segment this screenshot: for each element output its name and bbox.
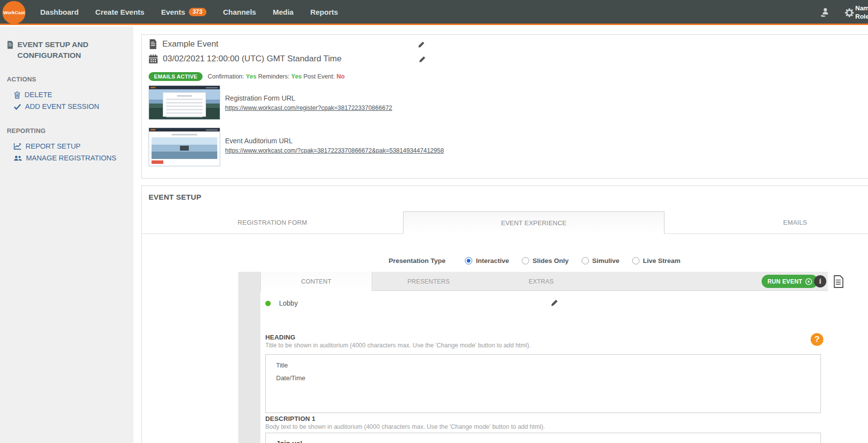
email-status-row: EMAILS ACTIVE Confirmation: Yes Reminder… [149,72,345,81]
sidebar-item-label: DELETE [25,90,52,100]
setup-tabs: REGISTRATION FORM EVENT EXPERIENCE EMAIL… [142,211,868,234]
post-event-value: No [336,73,345,80]
radio-button-selected[interactable] [465,257,472,264]
thumbnail-cta [152,160,163,164]
section-heading: REPORTING [0,127,133,134]
thumbnail-form [163,92,206,117]
nav-item-media[interactable]: Media [273,8,294,16]
registration-url-block: Registration Form URL https://www.workca… [225,94,392,112]
workcast-app: WorkCast Dashboard Create Events Events … [0,0,868,443]
lobby-status-dot [265,301,271,306]
sidebar-item-add-event-session[interactable]: ADD EVENT SESSION [0,101,133,112]
lobby-label: Lobby [279,299,298,307]
sidebar-section-actions: ACTIONS DELETE ADD EVENT SESSION [0,76,133,112]
radio-simulive[interactable]: Simulive [582,257,620,264]
experience-editor: PRESENTERS EXTRAS CONTENT RUN EVENT i [238,272,828,443]
thumbnail-page [149,131,220,166]
auditorium-url-link[interactable]: https://www.workcast.com/?cpak=381722337… [225,147,444,154]
editor-tab-bar: PRESENTERS EXTRAS CONTENT RUN EVENT i [260,272,828,291]
calendar-icon [149,54,158,64]
main-menu: Dashboard Create Events Events 373 Chann… [40,8,338,16]
sidebar-item-label: MANAGE REGISTRATIONS [26,153,116,163]
play-icon [805,278,812,285]
sidebar-item-delete[interactable]: DELETE [0,89,133,101]
check-icon [14,104,21,110]
run-event-button[interactable]: RUN EVENT [762,275,818,288]
info-icon[interactable]: i [814,275,826,287]
description-value: Join us! [276,440,820,443]
radio-button[interactable] [522,257,529,264]
nav-item-reports[interactable]: Reports [310,8,338,16]
page-preview-icon[interactable] [833,275,844,290]
registration-form-thumbnail[interactable] [149,85,220,120]
radio-button[interactable] [582,257,589,264]
sidebar-item-report-setup[interactable]: REPORT SETUP [0,140,133,152]
top-nav: WorkCast Dashboard Create Events Events … [0,0,868,25]
help-icon[interactable]: ? [811,333,823,346]
thumbnail-header-bar [149,86,220,89]
events-count-badge: 373 [189,8,206,16]
document-icon [7,40,13,50]
tab-emails[interactable]: EMAILS [664,211,868,234]
tab-presenters[interactable]: PRESENTERS [372,272,485,291]
heading-label: HEADING [265,334,295,341]
description-editor[interactable]: Join us! [265,433,821,443]
sidebar-title: EVENT SETUP AND CONFIGURATION [0,26,133,61]
auditorium-url-label: Event Auditorium URL [225,137,444,145]
nav-item-channels[interactable]: Channels [223,8,256,16]
description-label: DESCRIPTION 1 [265,415,315,422]
radio-slides-only[interactable]: Slides Only [522,257,569,264]
event-title: Example Event [162,39,218,49]
trash-icon [14,91,21,99]
edit-title-pencil-icon[interactable] [418,41,425,48]
users-icon [14,155,22,161]
heading-editor[interactable]: Title Date/Time [265,354,821,413]
event-summary-panel: Example Event 03/02/2021 12:00:00 (UTC) … [141,34,868,179]
chart-icon [14,143,22,150]
event-setup-title: EVENT SETUP [149,193,202,201]
radio-interactive[interactable]: Interactive [465,257,509,264]
auditorium-url-block: Event Auditorium URL https://www.workcas… [225,137,444,155]
thumbnail-header-bar [149,128,220,131]
auditorium-thumbnail[interactable] [149,128,220,166]
workcast-logo[interactable]: WorkCast [2,1,26,24]
sidebar-section-reporting: REPORTING REPORT SETUP [0,127,133,164]
presentation-type-label: Presentation Type [388,257,445,264]
editor-left-gutter [238,272,260,443]
event-datetime-row: 03/02/2021 12:00:00 (UTC) GMT Standard T… [149,54,341,64]
document-icon [149,39,157,49]
nav-item-create-events[interactable]: Create Events [95,8,144,16]
tab-event-experience[interactable]: EVENT EXPERIENCE [403,211,664,234]
settings-gear-icon[interactable] [843,7,855,19]
radio-live-stream[interactable]: Live Stream [632,257,681,264]
heading-help-text: Title to be shown in auditorium (4000 ch… [265,342,531,349]
registration-url-label: Registration Form URL [225,94,392,102]
sidebar-item-label: ADD EVENT SESSION [25,102,99,111]
sidebar: EVENT SETUP AND CONFIGURATION ACTIONS DE… [0,26,133,443]
description-help-text: Body text to be shown in auditorium (400… [265,423,545,430]
thumbnail-hero-image [152,137,217,159]
registration-url-link[interactable]: https://www.workcast.com/register?cpak=3… [225,104,392,111]
content-tab-panel: Lobby HEADING Title to be shown in audit… [260,291,828,443]
sidebar-item-manage-registrations[interactable]: MANAGE REGISTRATIONS [0,152,133,164]
edit-lobby-pencil-icon[interactable] [551,299,559,307]
sidebar-item-label: REPORT SETUP [26,141,80,151]
support-icon[interactable] [819,7,831,19]
tab-content[interactable]: CONTENT [260,272,372,291]
tab-extras[interactable]: EXTRAS [485,272,597,291]
confirmation-value: Yes [246,73,256,80]
nav-item-events[interactable]: Events 373 [161,8,206,16]
presentation-type-row: Presentation Type Interactive Slides Onl… [142,257,868,264]
event-title-row: Example Event [149,39,218,49]
user-role: Role [855,12,868,21]
lobby-row: Lobby [265,299,298,307]
radio-button[interactable] [632,257,639,264]
user-info[interactable]: Name Role [855,4,868,21]
heading-line-datetime: Date/Time [276,372,820,385]
nav-item-dashboard[interactable]: Dashboard [40,8,78,16]
edit-datetime-pencil-icon[interactable] [419,55,426,63]
reminders-value: Yes [291,73,302,80]
tab-registration-form[interactable]: REGISTRATION FORM [142,211,403,234]
emails-active-badge: EMAILS ACTIVE [149,72,203,81]
heading-line-title: Title [276,359,820,372]
